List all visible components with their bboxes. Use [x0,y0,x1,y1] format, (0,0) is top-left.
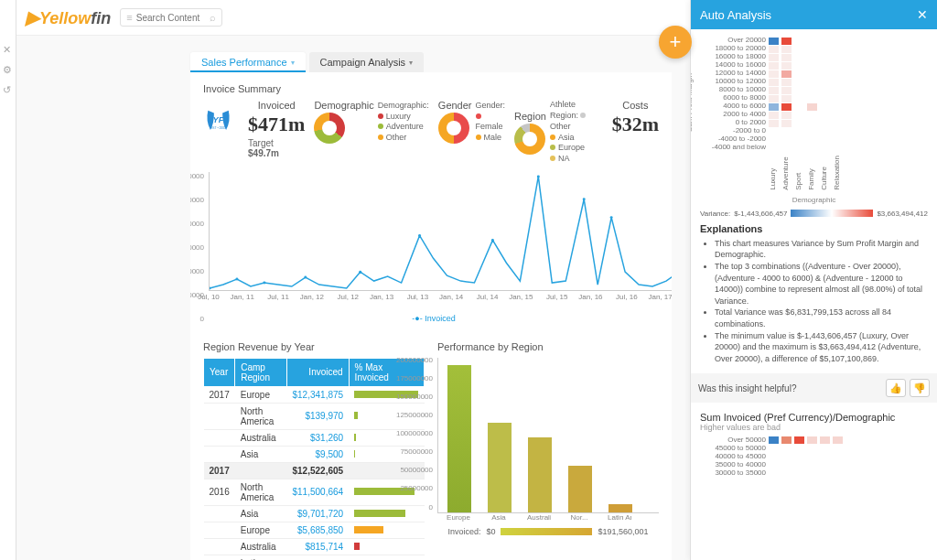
svg-point-11 [610,216,613,219]
performance-bar-chart[interactable] [437,358,659,513]
bar-y-axis: 200000000 175000000 150000000 125000000 … [387,356,433,512]
auto-analysis-panel: Auto Analysis ✕ Sum Profit Margin Over 2… [690,0,937,560]
kpi-row: YF EST • 2003 Invoiced $471m Target $49.… [203,100,659,164]
auto-analysis-header: Auto Analysis ✕ [691,0,937,29]
dashboard-content: Invoice Summary YF EST • 2003 Invoiced $… [190,72,672,560]
svg-text:YF: YF [213,115,224,124]
search-input[interactable] [136,13,210,23]
svg-point-10 [583,198,586,200]
search-icon[interactable]: ⌕ [210,12,216,23]
perf-title: Performance by Region [437,341,659,352]
insight-feedback: Was this insight helpful? 👍 👎 [691,373,937,403]
tab-sales-performance[interactable]: Sales Performance▾ [190,52,306,72]
chevron-down-icon: ▾ [291,59,295,67]
svg-point-8 [491,238,494,241]
thumbs-up-button[interactable]: 👍 [886,379,906,397]
line-x-axis: Jul, 10 Jan, 11 Jul, 11 Jan, 12 Jul, 12 … [209,291,672,301]
kpi-demographic: Demographic Demographic: Luxury Adventur… [314,100,428,144]
table-title: Region Revenue by Year [203,341,425,352]
kpi-region: Region Athlete Region: Other Asia Europe… [514,100,603,164]
close-icon[interactable]: ✕ [917,7,928,22]
line-chart-wrap: 60000000 50000000 40000000 30000000 2000… [209,172,659,323]
table-row: Latin America$503,910 [204,555,425,560]
explanation-item: The top 3 combinations ((Adventure - Ove… [715,261,928,307]
svg-point-4 [263,281,265,284]
gear-icon[interactable]: ⚙ [3,64,14,75]
svg-text:EST • 2003: EST • 2003 [210,126,226,130]
variance-legend: Variance: $-1,443,606,457 $3,663,494,412 [700,210,928,218]
add-button[interactable]: + [659,26,690,59]
close-icon[interactable]: ✕ [3,44,14,55]
tab-campaign-analysis[interactable]: Campaign Analysis▾ [309,52,425,72]
main-area: ▶Yellowfin ≡ ⌕ + Sales Performance▾ Camp… [16,0,690,560]
logo: ▶Yellowfin [26,6,111,28]
performance-bar-panel: Performance by Region 200000000 17500000… [437,339,659,560]
svg-point-6 [359,270,361,273]
explanations: Explanations This chart measures Varianc… [700,223,928,365]
invoice-summary-title: Invoice Summary [203,83,659,94]
heatmap-variance[interactable]: Sum Profit Margin Over 2000018000 to 200… [700,37,928,204]
left-rail: ✕ ⚙ ↺ [0,0,16,560]
sub-chart-subtitle: Higher values are bad [700,423,928,432]
table-row: Australia$815,714 [204,538,425,555]
table-row: Europe$5,685,850 [204,522,425,538]
kpi-invoiced: Invoiced $471m Target $49.7m [248,100,305,158]
brand-badge-icon: YF EST • 2003 [203,100,233,142]
legend-region: Athlete Region: Other Asia Europe NA [550,100,603,164]
donut-demographic [314,113,345,144]
sub-chart-title: Sum Invoiced (Pref Currency)/Demographic [700,412,928,423]
thumbs-down-button[interactable]: 👎 [910,379,930,397]
bar-gradient-legend: Invoiced: $0 $191,560,001 [437,527,659,536]
explanation-item: The minimum value is $-1,443,606,457 (Lu… [715,330,928,365]
line-chart-legend: -●- Invoiced [209,314,659,323]
topbar: ▶Yellowfin ≡ ⌕ [16,0,690,36]
svg-point-9 [537,175,540,178]
kpi-gender: Gender Gender: Female Male [438,100,505,144]
explanation-item: Total Variance was $6,831,799,153 across… [715,307,928,329]
explanation-item: This chart measures Variance by Sum Prof… [715,238,928,261]
legend-demographic: Demographic: Luxury Adventure Other [378,101,429,144]
heatmap-x-labels: LuxuryAdventureSportFamilyCultureRelaxat… [769,156,928,190]
bar-x-axis: Europe Asia Australia Nor... Latin Ameri… [437,513,659,522]
svg-point-3 [235,277,238,280]
chevron-down-icon: ▾ [409,59,413,67]
heatmap-y-label: Sum Profit Margin [691,73,694,132]
legend-gender: Gender: Female Male [476,101,506,144]
heatmap-invoiced[interactable]: Over 5000045000 to 5000040000 to 4500035… [700,436,928,477]
svg-point-7 [418,234,421,237]
heatmap-x-title: Demographic [700,196,928,204]
invoice-line-chart[interactable] [209,172,672,291]
donut-gender [438,113,469,144]
search-box[interactable]: ≡ ⌕ [120,8,221,27]
tabs: Sales Performance▾ Campaign Analysis▾ [16,36,690,72]
donut-region [514,124,545,155]
kpi-costs: Costs $32m [612,100,659,136]
history-icon[interactable]: ↺ [3,84,14,95]
svg-point-5 [304,275,307,278]
menu-icon[interactable]: ≡ [126,12,132,23]
